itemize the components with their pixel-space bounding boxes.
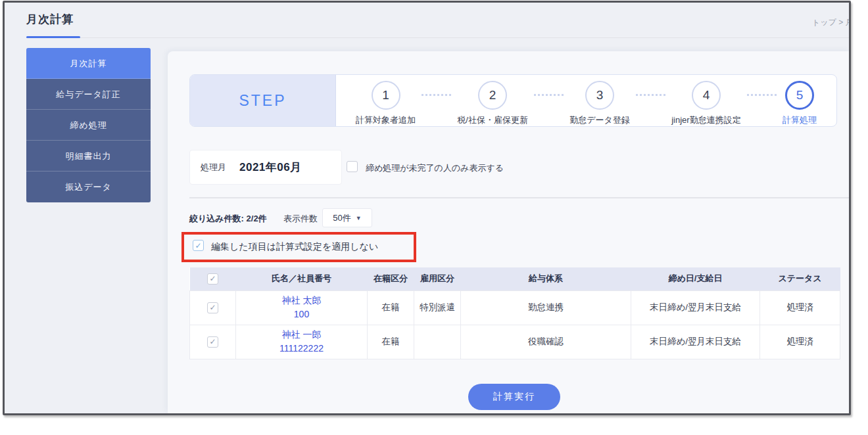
sidebar-item-salary-data-correction[interactable]: 給与データ訂正: [26, 79, 151, 110]
step-1-label: 計算対象者追加: [356, 114, 416, 126]
cell-enrollment: 在籍: [368, 290, 414, 325]
sidebar-item-monthly-calculation[interactable]: 月次計算: [26, 48, 151, 79]
employee-number-link[interactable]: 100: [236, 308, 367, 321]
step-1: 1 計算対象者追加: [356, 75, 416, 126]
step-progress-bar: STEP 1 計算対象者追加 2 税/社保・雇保更新 3 勤怠データ登録 4 j…: [189, 74, 837, 127]
processing-month-value: 2021年06月: [239, 160, 302, 175]
table-header-row: ✓ 氏名／社員番号 在籍区分 雇用区分 給与体系 締め日/支給日 ステータス: [190, 267, 840, 290]
step-5-circle: 5: [785, 81, 814, 110]
step-3-circle: 3: [585, 81, 614, 110]
app-window: 月次計算 トップ > 月 月次計算 給与データ訂正 締め処理 明細書出力 振込デ…: [3, 1, 851, 415]
breadcrumb[interactable]: トップ > 月: [812, 17, 851, 28]
step-1-circle: 1: [372, 81, 400, 110]
employee-number-link[interactable]: 111122222: [236, 342, 367, 355]
sidebar-item-closing-process[interactable]: 締め処理: [26, 110, 151, 141]
row-checkbox[interactable]: ✓: [207, 336, 218, 348]
col-header-employment: 雇用区分: [414, 267, 461, 290]
filtered-count: 絞り込み件数: 2/2件: [189, 213, 267, 225]
sidebar-item-transfer-data[interactable]: 振込データ: [26, 172, 151, 202]
cell-salary: 勤怠連携: [461, 290, 631, 325]
caret-down-icon: ▼: [356, 215, 362, 221]
select-all-checkbox[interactable]: ✓: [207, 273, 218, 285]
page-size-select[interactable]: 50件 ▼: [322, 208, 372, 227]
employee-name-link[interactable]: 神社 太郎: [236, 294, 367, 308]
processing-month-box: 処理月 2021年06月: [189, 150, 342, 185]
page-size-label: 表示件数: [283, 213, 318, 225]
step-4-circle: 4: [692, 81, 721, 110]
steps: 1 計算対象者追加 2 税/社保・雇保更新 3 勤怠データ登録 4 jinjer…: [336, 75, 836, 126]
header-divider: [26, 37, 849, 38]
col-header-name: 氏名／社員番号: [236, 267, 368, 290]
col-header-closing: 締め日/支給日: [631, 267, 760, 290]
step-connector: [422, 94, 451, 96]
show-incomplete-label: 締め処理が未完了の人のみ表示する: [366, 162, 504, 174]
step-2-label: 税/社保・雇保更新: [457, 114, 528, 126]
step-2: 2 税/社保・雇保更新: [457, 75, 528, 126]
step-connector: [747, 94, 777, 96]
page-size-value: 50件: [333, 212, 350, 224]
step-4-label: jinjer勤怠連携設定: [671, 114, 740, 126]
step-2-circle: 2: [478, 81, 507, 110]
row-checkbox[interactable]: ✓: [207, 302, 218, 313]
show-incomplete-checkbox[interactable]: ✓: [347, 161, 358, 172]
step-4: 4 jinjer勤怠連携設定: [671, 75, 740, 126]
step-5-current: 5 計算処理: [783, 75, 817, 126]
employee-table: ✓ 氏名／社員番号 在籍区分 雇用区分 給与体系 締め日/支給日 ステータス ✓…: [189, 267, 840, 359]
step-5-label: 計算処理: [783, 114, 817, 126]
sidebar-item-statement-output[interactable]: 明細書出力: [26, 141, 151, 172]
cell-closing: 末日締め/翌月末日支給: [631, 325, 760, 359]
col-header-status: ステータス: [760, 267, 840, 290]
cell-enrollment: 在籍: [368, 325, 414, 359]
cell-employment: 特別派遣: [414, 290, 461, 325]
table-row: ✓ 神社 一郎 111122222 在籍 役職確認 末日締め/翌月末日支給 処理…: [190, 325, 840, 359]
cell-status: 処理済: [760, 290, 840, 325]
table-row: ✓ 神社 太郎 100 在籍 特別派遣 勤怠連携 末日締め/翌月末日支給 処理済: [190, 290, 840, 325]
col-header-salary: 給与体系: [461, 267, 631, 290]
sidebar: 月次計算 給与データ訂正 締め処理 明細書出力 振込データ: [26, 48, 151, 202]
cell-employment: [414, 325, 461, 359]
step-connector: [534, 94, 564, 96]
title-underline: [26, 36, 80, 38]
cell-status: 処理済: [760, 325, 840, 359]
processing-month-label: 処理月: [201, 162, 226, 173]
step-3-label: 勤怠データ登録: [569, 114, 630, 126]
cell-salary: 役職確認: [461, 325, 631, 359]
col-header-enrollment: 在籍区分: [368, 267, 414, 290]
page-title: 月次計算: [26, 12, 74, 27]
employee-name-link[interactable]: 神社 一郎: [236, 328, 367, 342]
run-calculation-button[interactable]: 計算実行: [468, 384, 560, 410]
step-title: STEP: [190, 75, 336, 126]
step-connector: [636, 94, 665, 96]
section-divider: [189, 197, 849, 198]
step-3: 3 勤怠データ登録: [569, 75, 630, 126]
no-formula-checkbox[interactable]: ✓: [193, 240, 204, 251]
cell-closing: 末日締め/翌月末日支給: [631, 290, 760, 325]
no-formula-label: 編集した項目は計算式設定を適用しない: [211, 241, 378, 253]
